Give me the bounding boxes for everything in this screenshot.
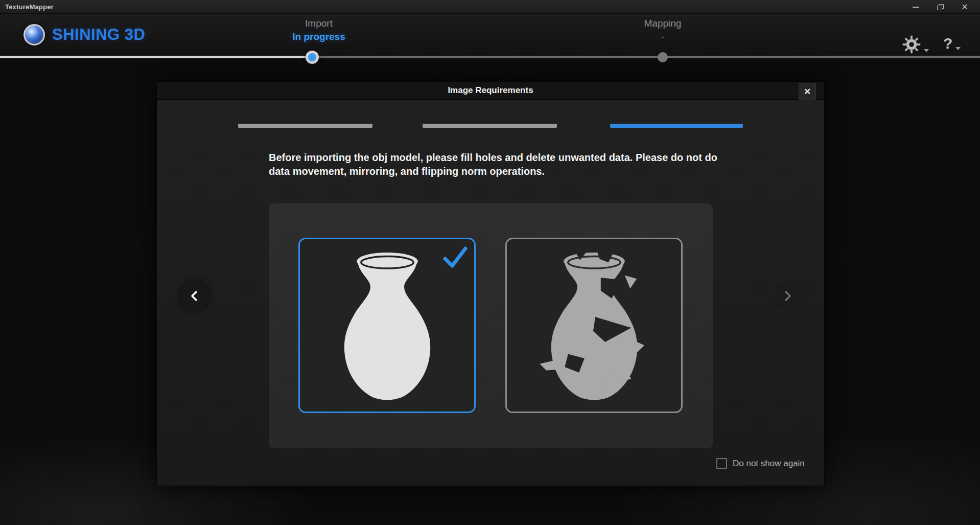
brand: SHINING 3D <box>24 24 145 45</box>
progress-fill <box>0 56 319 58</box>
step-mapping-status: - <box>596 31 729 42</box>
instruction-text: Before importing the obj model, please f… <box>269 151 721 178</box>
chevron-right-icon <box>780 289 795 303</box>
example-panel <box>269 203 713 448</box>
step-mapping: Mapping - <box>596 18 729 42</box>
brand-name: SHINING 3D <box>52 26 145 44</box>
chevron-left-icon <box>188 289 202 303</box>
carousel-indicator-1[interactable] <box>238 124 372 128</box>
dialog-close-button[interactable]: ✕ <box>799 83 816 100</box>
restore-icon <box>937 4 944 10</box>
blue-check-icon <box>442 245 468 269</box>
broken-vase-example <box>505 238 683 413</box>
progress-dot-import-core <box>308 53 316 61</box>
app-header: SHINING 3D Import In progress Mapping - <box>0 14 980 56</box>
do-not-show-checkbox[interactable] <box>716 458 727 469</box>
step-import-label: Import <box>252 18 385 29</box>
broken-vase-image <box>529 249 660 402</box>
question-mark-icon: ? <box>943 35 952 52</box>
progress-track <box>0 56 980 58</box>
do-not-show-row[interactable]: Do not show again <box>716 458 805 469</box>
carousel-indicator-3-active[interactable] <box>610 124 743 128</box>
app-title: TextureMapper <box>0 3 54 11</box>
step-import: Import In progress <box>252 18 385 42</box>
do-not-show-label[interactable]: Do not show again <box>733 459 805 469</box>
image-requirements-dialog: Image Requirements ✕ Before importing th… <box>156 81 825 486</box>
step-import-status: In progress <box>252 31 385 42</box>
carousel-indicator-2[interactable] <box>423 124 557 128</box>
step-mapping-label: Mapping <box>596 18 729 29</box>
help-dropdown-icon <box>955 47 961 50</box>
help-button[interactable]: ? <box>943 35 961 52</box>
settings-button[interactable] <box>902 35 929 54</box>
carousel-prev-button[interactable] <box>180 282 209 310</box>
window-controls: ✕ <box>903 0 977 14</box>
minimize-icon <box>913 7 919 8</box>
intact-vase-image <box>322 249 453 402</box>
minimize-button[interactable] <box>903 0 928 14</box>
dialog-header: Image Requirements <box>157 82 824 100</box>
intact-vase-example <box>298 238 476 413</box>
settings-dropdown-icon <box>924 49 929 52</box>
titlebar: TextureMapper ✕ <box>0 0 980 14</box>
window-close-button[interactable]: ✕ <box>952 0 977 14</box>
gear-icon <box>902 35 921 54</box>
restore-button[interactable] <box>928 0 952 14</box>
progress-dot-mapping <box>658 52 668 62</box>
dialog-title: Image Requirements <box>448 85 533 96</box>
carousel-next-button[interactable] <box>773 282 802 310</box>
brand-logo-icon <box>24 24 45 45</box>
